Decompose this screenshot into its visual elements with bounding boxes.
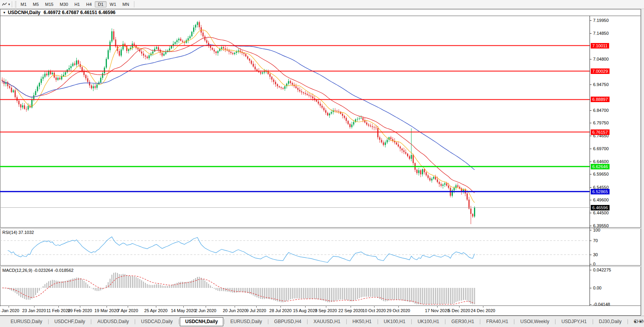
chart-tab-eurusd-daily[interactable]: EURUSD,Daily: [5, 318, 47, 325]
toolbar-grip-handle[interactable]: [15, 1, 16, 7]
chart-tab-usdcad-daily[interactable]: USDCAD,Daily: [136, 318, 178, 325]
axis-tick: [590, 264, 592, 264]
date-label: 22 Sep 2020: [338, 308, 363, 313]
price-tick-label: 6.79750: [593, 120, 609, 126]
chart-tab-fra40-h1[interactable]: FRA40,H1: [481, 318, 513, 325]
axis-tick: [590, 110, 592, 111]
chart-tab-usoil-weekly[interactable]: USOil,Weekly: [515, 318, 554, 325]
date-tick: [398, 306, 399, 307]
hline-price-badge: 6.62646: [591, 164, 610, 169]
rsi-axis-label: 30: [593, 252, 598, 257]
tab-separator: [346, 319, 347, 324]
tab-separator: [378, 319, 378, 324]
chart-tab-eurusd-daily[interactable]: EURUSD,Daily: [225, 318, 267, 325]
date-label: 23 Jan 2020: [22, 308, 46, 313]
hline-price-badge: 6.52865: [591, 189, 610, 194]
date-tick: [256, 306, 257, 307]
timeframe-button-h1[interactable]: H1: [71, 1, 83, 7]
timeframe-button-m5[interactable]: M5: [30, 1, 42, 7]
date-tick: [374, 306, 374, 307]
tab-separator: [628, 319, 628, 324]
macd-axis-label: 0.042275: [593, 267, 611, 273]
chart-tab-xauusd-h1[interactable]: XAUUSD,H1: [308, 318, 346, 325]
chart-title-ohlc: 6.46972 6.47687 6.46151 6.46596: [43, 10, 116, 15]
axis-tick: [590, 200, 592, 200]
date-label: 7 Apr 2020: [117, 308, 138, 313]
date-tick: [156, 306, 156, 307]
chart-bottom-border: [0, 305, 641, 306]
chart-tab-usdjpy-h1[interactable]: USDJPY,H1: [556, 318, 592, 325]
toolbar-separator: [134, 1, 134, 7]
price-tick-label: 6.49600: [593, 197, 609, 203]
date-label: 24 Dec 2020: [471, 308, 495, 313]
chart-tab-dj30-daily[interactable]: DJ30,Daily: [594, 318, 627, 325]
macd-indicator-chart[interactable]: [0, 266, 590, 305]
tab-separator: [445, 319, 445, 324]
date-axis: 4 Jan 202023 Jan 202011 Feb 202029 Feb 2…: [0, 306, 590, 315]
date-label: 28 Jul 2020: [270, 308, 292, 313]
tab-separator: [480, 319, 480, 324]
date-label: 20 Jun 2020: [223, 308, 247, 313]
date-label: 5 Dec 2020: [448, 308, 470, 313]
date-tick: [183, 306, 184, 307]
date-tick: [206, 306, 206, 307]
axis-tick: [590, 33, 592, 34]
price-tick-label: 6.94750: [593, 82, 609, 87]
date-label: 15 Aug 2020: [293, 308, 317, 313]
tab-separator: [307, 319, 308, 324]
tab-separator: [411, 319, 412, 324]
tab-separator: [555, 319, 555, 324]
price-tick-label: 7.04800: [593, 56, 609, 62]
axis-tick: [590, 226, 592, 226]
axis-tick: [590, 241, 592, 241]
timeframe-button-mn[interactable]: MN: [119, 1, 132, 7]
date-tick: [305, 306, 306, 307]
date-tick: [351, 306, 351, 307]
date-label: 29 Oct 2020: [387, 308, 410, 313]
macd-axis-label: 0.00: [593, 285, 601, 291]
timeframe-button-w1[interactable]: W1: [107, 1, 119, 7]
window-edge: [641, 9, 644, 315]
chart-profile-icon[interactable]: ▾: [2, 2, 10, 7]
axis-tick: [590, 187, 592, 188]
axis-tick: [590, 174, 592, 174]
dropdown-caret-icon[interactable]: ▾: [8, 2, 10, 6]
tab-separator: [224, 319, 224, 324]
macd-label: MACD(12,26,9) -0.023264 -0.018562: [2, 268, 74, 273]
collapse-icon[interactable]: ▼: [3, 11, 6, 14]
chart-tab-usdcnh-daily[interactable]: USDCNH,Daily: [180, 317, 223, 326]
axis-tick: [590, 136, 592, 136]
chart-title-bar[interactable]: ▼ USDCNH,Daily 6.46972 6.47687 6.46151 6…: [0, 9, 640, 16]
date-tick: [437, 306, 438, 307]
chart-tab-bar: EURUSD,DailyUSDCHF,DailyAUDUSD,DailyUSDC…: [0, 316, 644, 327]
chart-tabs: EURUSD,DailyUSDCHF,DailyAUDUSD,DailyUSDC…: [5, 317, 644, 326]
chart-tab-uk100-h1[interactable]: UK100,H1: [412, 318, 444, 325]
chart-title-symbol: USDCNH,Daily: [8, 10, 40, 15]
chart-tab-usdchf-daily[interactable]: USDCHF,Daily: [49, 318, 90, 325]
tab-scroll-left-icon[interactable]: ◂: [634, 319, 636, 324]
toolbar-separator: [12, 1, 12, 7]
timeframe-button-m15[interactable]: M15: [42, 1, 56, 7]
date-label: 14 May 2020: [171, 308, 196, 313]
chart-tab-uk100-h1[interactable]: UK100,H1: [379, 318, 411, 325]
timeframe-button-m30[interactable]: M30: [57, 1, 71, 7]
timeframe-button-h4[interactable]: H4: [83, 1, 95, 7]
axis-tick: [590, 213, 592, 213]
chart-tab-audusd-daily[interactable]: AUDUSD,Daily: [92, 318, 134, 325]
mt4-application-window: ▾ M1M5M15M30H1H4D1W1MN ▼ USDCNH,Daily 6.…: [0, 0, 644, 327]
chart-tab-hk50-h1[interactable]: HK50,H1: [347, 318, 377, 325]
timeframe-button-m1[interactable]: M1: [18, 1, 30, 7]
price-tick-label: 7.14850: [593, 31, 609, 36]
chart-tab-gbpusd-h4[interactable]: GBPUSD,H4: [269, 318, 306, 325]
rsi-indicator-chart[interactable]: [0, 228, 590, 265]
price-chart[interactable]: [0, 16, 590, 227]
date-label: 3 Sep 2020: [315, 308, 337, 313]
timeframe-button-d1[interactable]: D1: [95, 1, 107, 7]
date-label: 9 Jul 2020: [246, 308, 266, 313]
chart-tab-ger30-h1[interactable]: GER30,H1: [446, 318, 479, 325]
date-tick: [235, 306, 235, 307]
tab-scroll-right-icon[interactable]: ▸: [640, 319, 642, 324]
price-axis: 7.199507.148507.048006.947506.847006.797…: [590, 9, 641, 315]
axis-tick: [590, 255, 592, 255]
date-tick: [34, 306, 34, 307]
